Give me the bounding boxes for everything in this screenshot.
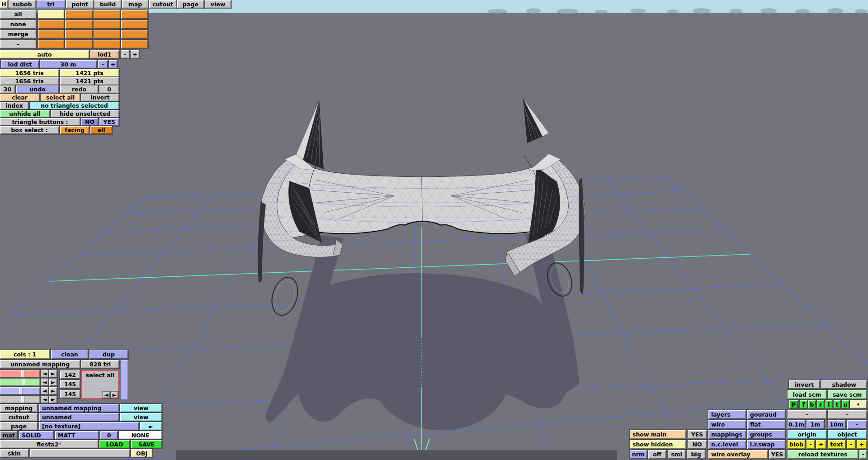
hide-unselected-button[interactable]: hide unselected <box>51 110 119 118</box>
layers-button[interactable]: layers <box>708 410 746 419</box>
subob-minus-button[interactable]: - <box>0 40 36 48</box>
lod-minus-button[interactable]: - <box>121 50 129 58</box>
select-all-button[interactable]: select all <box>41 94 80 101</box>
flat-button[interactable]: flat <box>747 420 785 429</box>
skin-button[interactable]: skin <box>0 449 28 457</box>
wire-overlay-value[interactable]: YES <box>769 450 785 459</box>
clean-button[interactable]: clean <box>51 350 88 359</box>
menu-tri[interactable]: tri <box>37 0 65 8</box>
blob-plus-button[interactable]: + <box>816 440 826 449</box>
green-dec-button[interactable]: ◄ <box>41 379 48 386</box>
index-button[interactable]: index <box>0 102 28 109</box>
color-next-button[interactable]: ► <box>111 392 118 398</box>
layers-dash-2[interactable]: - <box>828 410 867 419</box>
subob-merge-button[interactable]: merge <box>0 30 36 38</box>
subob-grid-cell[interactable] <box>121 20 148 28</box>
proj-p-button[interactable]: P <box>789 400 798 408</box>
cutout-row-label[interactable]: cutout <box>0 413 38 421</box>
menu-map[interactable]: map <box>122 0 148 8</box>
grid-01m-button[interactable]: 0.1m <box>788 420 805 429</box>
mapping-row-value[interactable]: unnamed mapping <box>39 404 119 412</box>
blob-button[interactable]: blob <box>788 440 805 449</box>
origin-button[interactable]: origin <box>788 430 826 439</box>
box-select-all[interactable]: all <box>90 126 112 134</box>
subob-all-button[interactable]: all <box>0 10 36 19</box>
color-prev-button[interactable]: ◄ <box>103 392 110 398</box>
nrm-big-button[interactable]: big <box>687 450 705 459</box>
wire-overlay-button[interactable]: wire overlay <box>708 450 768 459</box>
lrswap-button[interactable]: l.r.swap <box>747 440 785 449</box>
blue-dec-button[interactable]: ◄ <box>41 387 48 394</box>
grid-1m-button[interactable]: 1m <box>807 420 824 429</box>
reload-textures-button[interactable]: reload textures <box>788 450 858 459</box>
text-button[interactable]: text <box>828 440 845 449</box>
nrm-off-button[interactable]: off <box>648 450 666 459</box>
menu-subob[interactable]: subob <box>9 0 36 8</box>
triangle-buttons-no[interactable]: NO <box>81 118 98 126</box>
invert-selection-button[interactable]: invert <box>81 94 119 101</box>
text-minus-button[interactable]: - <box>847 440 855 449</box>
lod1-button[interactable]: lod1 <box>90 50 119 58</box>
box-select-facing[interactable]: facing <box>60 126 89 134</box>
mapping-name[interactable]: unnamed mapping <box>0 360 80 368</box>
gray-inc-button[interactable]: ► <box>49 396 57 403</box>
nclevel-button[interactable]: n.c.level <box>708 440 746 449</box>
colors-scroll-strip[interactable] <box>121 360 128 400</box>
proj-t-button[interactable]: t <box>834 400 840 408</box>
cols-count[interactable]: cols : 1 <box>0 350 50 359</box>
nrm-button[interactable]: nrm <box>630 450 647 459</box>
mat-button[interactable]: mat <box>0 431 17 439</box>
grid-dash-button[interactable]: - <box>847 420 867 429</box>
load-scm-button[interactable]: load scm <box>788 390 826 399</box>
auto-button[interactable]: auto <box>0 50 89 58</box>
invert-view-button[interactable]: invert <box>789 380 820 389</box>
menu-cutout[interactable]: cutout <box>149 0 176 8</box>
nrm-sml-button[interactable]: sml <box>668 450 685 459</box>
load-button[interactable]: LOAD <box>99 440 130 448</box>
layers-dash-1[interactable]: - <box>788 410 826 419</box>
red-dec-button[interactable]: ◄ <box>41 370 48 377</box>
grid-10m-button[interactable]: 10m <box>828 420 845 429</box>
subob-grid-cell[interactable] <box>94 20 120 28</box>
subob-grid-cell[interactable] <box>65 30 93 38</box>
mapping-row-label[interactable]: mapping <box>0 404 38 412</box>
subob-grid-cell[interactable] <box>65 10 93 19</box>
text-plus-button[interactable]: + <box>857 440 867 449</box>
reload-minus-button[interactable]: - <box>859 450 867 459</box>
lod-dist-value[interactable]: 30 m <box>40 60 97 68</box>
red-inc-button[interactable]: ► <box>49 370 57 377</box>
cutout-view-button[interactable]: view <box>120 413 162 421</box>
subob-grid-cell[interactable] <box>121 10 148 19</box>
show-hidden-button[interactable]: show hidden <box>630 440 686 449</box>
wire-button[interactable]: wire <box>708 420 746 429</box>
gray-channel-slider[interactable] <box>0 396 40 403</box>
unhide-all-button[interactable]: unhide all <box>0 110 50 118</box>
green-inc-button[interactable]: ► <box>49 379 57 386</box>
red-channel-slider[interactable] <box>0 370 40 377</box>
file-name[interactable]: fiesta2* <box>0 440 98 448</box>
menu-build[interactable]: build <box>94 0 121 8</box>
save-button[interactable]: SAVE <box>131 440 162 448</box>
subob-grid-cell[interactable] <box>65 20 93 28</box>
subob-grid-cell[interactable] <box>38 30 64 38</box>
undo-button[interactable]: undo <box>16 85 59 93</box>
proj-l-button[interactable]: l <box>826 400 832 408</box>
mat-solid-button[interactable]: SOLID <box>19 431 53 439</box>
menu-h[interactable]: H <box>0 0 8 8</box>
blue-channel-slider[interactable] <box>0 387 40 394</box>
subob-grid-cell[interactable] <box>94 40 120 48</box>
show-hidden-value[interactable]: NO <box>688 440 707 449</box>
redo-button[interactable]: redo <box>60 85 98 93</box>
page-next-button[interactable]: ► <box>140 422 162 430</box>
cutout-row-value[interactable]: unnamed <box>39 413 119 421</box>
subob-grid-cell[interactable] <box>38 10 64 19</box>
blob-minus-button[interactable]: - <box>807 440 815 449</box>
gouraud-button[interactable]: gouraud <box>747 410 785 419</box>
menu-point[interactable]: point <box>66 0 94 8</box>
subob-none-button[interactable]: none <box>0 20 36 28</box>
subob-grid-cell[interactable] <box>94 10 120 19</box>
proj-dot-button[interactable]: • <box>850 400 867 408</box>
lod-dist-plus-button[interactable]: + <box>109 60 117 68</box>
show-main-value[interactable]: YES <box>688 430 707 439</box>
subob-grid-cell[interactable] <box>65 40 93 48</box>
